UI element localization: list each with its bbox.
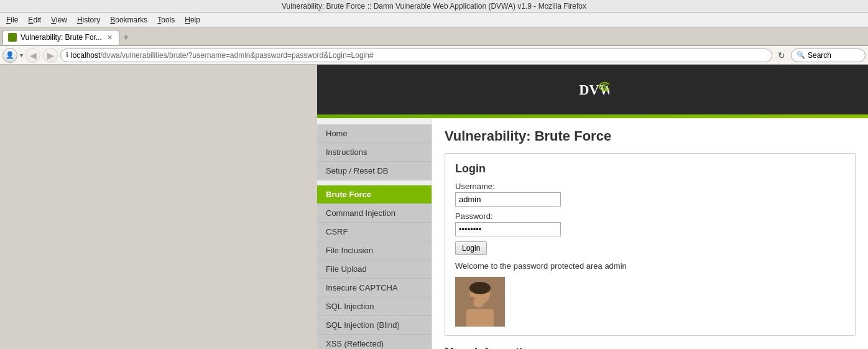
page-title: Vulnerability: Brute Force xyxy=(445,128,856,144)
profile-chevron-icon[interactable]: ▾ xyxy=(20,52,23,58)
welcome-text: Welcome to the password protected area a… xyxy=(455,261,845,271)
address-bar: 👤 ▾ ◀ ▶ ℹ localhost/dvwa/vulnerabilities… xyxy=(0,46,868,65)
sidebar-item-csrf[interactable]: CSRF xyxy=(317,223,432,241)
url-host: localhost xyxy=(71,51,100,60)
svg-point-10 xyxy=(474,301,484,307)
url-display: localhost/dvwa/vulnerabilities/brute/?us… xyxy=(71,51,374,60)
dvwa-header: DVWA xyxy=(317,65,868,114)
sidebar-item-sql-injection-blind[interactable]: SQL Injection (Blind) xyxy=(317,316,432,335)
menu-view[interactable]: View xyxy=(47,14,71,26)
url-bar[interactable]: ℹ localhost/dvwa/vulnerabilities/brute/?… xyxy=(60,49,772,62)
sidebar-item-insecure-captcha[interactable]: Insecure CAPTCHA xyxy=(317,279,432,297)
search-box[interactable]: 🔍 Search xyxy=(791,49,866,62)
menu-bar: File Edit View History Bookmarks Tools H… xyxy=(0,12,868,27)
menu-bookmarks[interactable]: Bookmarks xyxy=(106,14,151,26)
sidebar-item-home[interactable]: Home xyxy=(317,124,432,143)
login-box: Login Username: Password: Login Welcome … xyxy=(445,153,856,336)
avatar xyxy=(455,277,505,327)
tab-favicon xyxy=(8,33,17,42)
sidebar-item-xss-reflected[interactable]: XSS (Reflected) xyxy=(317,335,432,349)
menu-edit[interactable]: Edit xyxy=(24,14,45,26)
title-bar: Vulnerability: Brute Force :: Damn Vulne… xyxy=(0,0,868,12)
tab-close-button[interactable]: ✕ xyxy=(106,34,114,42)
search-placeholder: Search xyxy=(808,51,831,60)
sidebar-item-file-upload[interactable]: File Upload xyxy=(317,260,432,279)
menu-history[interactable]: History xyxy=(73,14,104,26)
more-info-title: More Information xyxy=(445,346,856,349)
username-label: Username: xyxy=(455,182,845,191)
dvwa-logo: DVWA xyxy=(578,74,609,105)
browser-tab[interactable]: Vulnerability: Brute For... ✕ xyxy=(2,30,119,45)
sidebar-item-brute-force[interactable]: Brute Force xyxy=(317,185,432,204)
dvwa-body: Home Instructions Setup / Reset DB Brute… xyxy=(317,118,868,349)
sidebar-item-command-injection[interactable]: Command Injection xyxy=(317,204,432,223)
svg-point-3 xyxy=(604,85,606,88)
menu-file[interactable]: File xyxy=(2,14,22,26)
menu-help[interactable]: Help xyxy=(181,14,204,26)
sidebar-item-setup[interactable]: Setup / Reset DB xyxy=(317,162,432,180)
login-button[interactable]: Login xyxy=(455,241,487,255)
svg-rect-8 xyxy=(466,309,494,327)
password-label: Password: xyxy=(455,212,845,221)
dvwa-sidebar: Home Instructions Setup / Reset DB Brute… xyxy=(317,118,432,349)
reload-button[interactable]: ↻ xyxy=(775,49,788,62)
menu-tools[interactable]: Tools xyxy=(154,14,178,26)
svg-point-9 xyxy=(470,297,475,300)
sidebar-item-file-inclusion[interactable]: File Inclusion xyxy=(317,241,432,260)
tab-bar: Vulnerability: Brute For... ✕ + xyxy=(0,27,868,46)
window-title: Vulnerability: Brute Force :: Damn Vulne… xyxy=(282,2,586,11)
sidebar-spacer xyxy=(317,180,432,185)
lock-icon: ℹ xyxy=(66,51,68,59)
dvwa-main: Vulnerability: Brute Force Login Usernam… xyxy=(432,118,868,349)
svg-point-7 xyxy=(469,282,491,294)
password-input[interactable] xyxy=(455,222,561,236)
profile-button[interactable]: 👤 xyxy=(2,48,17,63)
login-title: Login xyxy=(455,162,845,175)
dvwa-container: DVWA Home Instructions Setup / Reset DB … xyxy=(317,65,868,349)
sidebar-item-sql-injection[interactable]: SQL Injection xyxy=(317,297,432,316)
avatar-image xyxy=(455,277,505,327)
left-empty-area xyxy=(0,65,317,349)
new-tab-button[interactable]: + xyxy=(121,30,131,45)
username-input[interactable] xyxy=(455,192,561,207)
browser-content: DVWA Home Instructions Setup / Reset DB … xyxy=(0,65,868,349)
back-button[interactable]: ◀ xyxy=(25,48,40,63)
url-path: /dvwa/vulnerabilities/brute/?username=ad… xyxy=(100,51,373,60)
forward-button[interactable]: ▶ xyxy=(43,48,58,63)
search-icon: 🔍 xyxy=(796,51,805,59)
tab-title: Vulnerability: Brute For... xyxy=(21,33,102,42)
sidebar-item-instructions[interactable]: Instructions xyxy=(317,143,432,162)
